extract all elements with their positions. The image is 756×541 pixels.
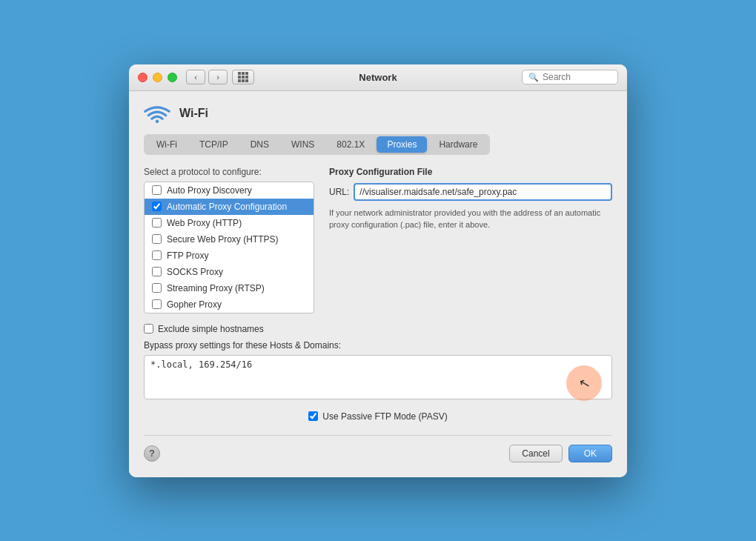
- exclude-row[interactable]: Exclude simple hostnames: [144, 324, 612, 334]
- tab-tcpip[interactable]: TCP/IP: [189, 136, 239, 153]
- wifi-header: Wi-Fi: [144, 103, 612, 124]
- exclude-hostnames-label: Exclude simple hostnames: [158, 324, 264, 334]
- bottom-section: Exclude simple hostnames Bypass proxy se…: [144, 324, 612, 402]
- checkbox-auto-proxy-discovery[interactable]: [152, 185, 162, 195]
- exclude-hostnames-checkbox[interactable]: [144, 324, 153, 333]
- main-panel: Select a protocol to configure: Auto Pro…: [144, 167, 612, 313]
- network-window: ‹ › Network 🔍: [129, 64, 627, 477]
- traffic-lights: [138, 73, 177, 82]
- search-icon: 🔍: [528, 73, 539, 82]
- footer: ? Cancel OK: [144, 435, 612, 462]
- checkbox-web-proxy-http[interactable]: [152, 218, 162, 228]
- tabs-bar: Wi-Fi TCP/IP DNS WINS 802.1X Proxies Har…: [144, 134, 490, 155]
- nav-buttons: ‹ ›: [186, 70, 228, 84]
- protocol-section: Select a protocol to configure: Auto Pro…: [144, 167, 314, 313]
- list-item-ftp-proxy[interactable]: FTP Proxy: [145, 248, 314, 264]
- list-item-gopher-proxy[interactable]: Gopher Proxy: [145, 296, 314, 313]
- label-gopher-proxy: Gopher Proxy: [167, 299, 222, 310]
- close-button[interactable]: [138, 73, 147, 82]
- label-auto-proxy-discovery: Auto Proxy Discovery: [167, 185, 252, 196]
- passive-ftp-checkbox[interactable]: [308, 411, 318, 421]
- grid-button[interactable]: [232, 70, 254, 84]
- label-automatic-proxy-configuration: Automatic Proxy Configuration: [167, 202, 287, 212]
- bypass-textarea[interactable]: [144, 355, 612, 399]
- passive-ftp-label: Use Passive FTP Mode (PASV): [322, 411, 447, 422]
- list-item-secure-web-proxy-https[interactable]: Secure Web Proxy (HTTPS): [145, 231, 314, 248]
- label-streaming-proxy-rtsp: Streaming Proxy (RTSP): [167, 283, 265, 293]
- grid-icon: [238, 72, 248, 82]
- tab-wifi[interactable]: Wi-Fi: [146, 136, 188, 153]
- label-secure-web-proxy-https: Secure Web Proxy (HTTPS): [167, 234, 278, 245]
- url-input[interactable]: [354, 183, 612, 201]
- search-input[interactable]: [543, 72, 609, 82]
- checkbox-socks-proxy[interactable]: [152, 267, 162, 276]
- url-row: URL:: [329, 183, 612, 201]
- url-label: URL:: [329, 187, 349, 197]
- label-ftp-proxy: FTP Proxy: [167, 250, 208, 261]
- list-item-socks-proxy[interactable]: SOCKS Proxy: [145, 264, 314, 280]
- titlebar: ‹ › Network 🔍: [129, 64, 627, 91]
- protocol-section-label: Select a protocol to configure:: [144, 167, 314, 177]
- minimize-button[interactable]: [153, 73, 162, 82]
- bypass-label: Bypass proxy settings for these Hosts & …: [144, 340, 612, 351]
- checkbox-ftp-proxy[interactable]: [152, 250, 162, 260]
- checkbox-gopher-proxy[interactable]: [152, 299, 162, 309]
- footer-buttons: Cancel OK: [509, 445, 612, 462]
- cancel-button[interactable]: Cancel: [509, 445, 562, 462]
- forward-button[interactable]: ›: [208, 70, 228, 84]
- svg-point-0: [156, 119, 159, 123]
- wifi-icon: [144, 103, 170, 124]
- tab-dns[interactable]: DNS: [240, 136, 279, 153]
- help-button[interactable]: ?: [144, 445, 160, 462]
- list-item-web-proxy-http[interactable]: Web Proxy (HTTP): [145, 215, 314, 231]
- tab-8021x[interactable]: 802.1X: [326, 136, 375, 153]
- protocol-list: Auto Proxy Discovery Automatic Proxy Con…: [144, 182, 314, 313]
- checkbox-streaming-proxy-rtsp[interactable]: [152, 283, 162, 293]
- proxy-config-description: If your network administrator provided y…: [329, 207, 612, 231]
- list-item-streaming-proxy-rtsp[interactable]: Streaming Proxy (RTSP): [145, 280, 314, 296]
- proxy-config-title: Proxy Configuration File: [329, 167, 612, 177]
- maximize-button[interactable]: [168, 73, 177, 82]
- tab-wins[interactable]: WINS: [281, 136, 325, 153]
- window-title: Network: [359, 72, 397, 83]
- bypass-container: ↖: [144, 355, 612, 402]
- list-item-automatic-proxy-configuration[interactable]: Automatic Proxy Configuration: [145, 199, 314, 215]
- ok-button[interactable]: OK: [568, 445, 612, 462]
- search-bar[interactable]: 🔍: [522, 70, 618, 84]
- checkbox-secure-web-proxy-https[interactable]: [152, 234, 162, 244]
- passive-ftp-row[interactable]: Use Passive FTP Mode (PASV): [144, 411, 612, 422]
- tab-proxies[interactable]: Proxies: [377, 136, 427, 153]
- proxy-config-panel: Proxy Configuration File URL: If your ne…: [329, 167, 612, 313]
- label-web-proxy-http: Web Proxy (HTTP): [167, 218, 242, 228]
- list-item-auto-proxy-discovery[interactable]: Auto Proxy Discovery: [145, 182, 314, 199]
- wifi-title: Wi-Fi: [179, 107, 208, 120]
- content-area: Wi-Fi Wi-Fi TCP/IP DNS WINS 802.1X Proxi…: [129, 91, 627, 477]
- back-button[interactable]: ‹: [186, 70, 205, 84]
- label-socks-proxy: SOCKS Proxy: [167, 267, 223, 277]
- checkbox-automatic-proxy-configuration[interactable]: [152, 202, 162, 211]
- tab-hardware[interactable]: Hardware: [428, 136, 488, 153]
